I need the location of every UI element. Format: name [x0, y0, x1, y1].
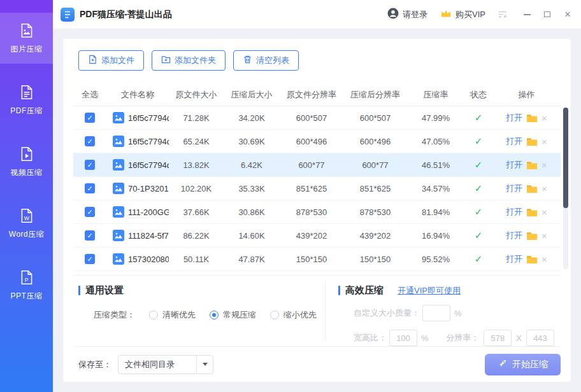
sidebar-item-label: 图片压缩 [11, 44, 43, 55]
folder-icon[interactable] [527, 114, 537, 122]
open-link[interactable]: 打开 [506, 230, 522, 241]
check-icon: ✓ [87, 114, 92, 122]
file-toolbar: 添加文件 添加文件夹 清空列表 [63, 39, 571, 71]
sidebar-item-pdf-compress[interactable]: PDF压缩 [0, 74, 53, 125]
open-link[interactable]: 打开 [506, 183, 522, 194]
header-rate: 压缩率 [407, 89, 464, 101]
percent-sign: % [421, 333, 429, 343]
row-checkbox[interactable]: ✓ [85, 183, 95, 193]
login-button[interactable]: 请登录 [387, 8, 427, 21]
comp-size: 6.42K [224, 160, 280, 170]
row-checkbox[interactable]: ✓ [85, 113, 95, 123]
action-cell: 打开 × [492, 206, 561, 218]
image-file-icon [113, 159, 124, 171]
radio-regular-compress[interactable]: 常规压缩 [210, 309, 256, 321]
radio-clarity-priority[interactable]: 清晰优先 [149, 309, 196, 321]
close-button[interactable]: × [563, 10, 572, 19]
buy-vip-button[interactable]: 购买VIP [440, 9, 485, 20]
check-icon: ✓ [87, 208, 92, 216]
row-checkbox[interactable]: ✓ [85, 254, 95, 264]
open-link[interactable]: 打开 [506, 112, 522, 123]
open-link[interactable]: 打开 [506, 159, 522, 171]
check-icon: ✓ [87, 161, 92, 169]
folder-icon[interactable] [527, 161, 537, 169]
compress-type-row: 压缩类型： 清晰优先 常规压缩 缩小优先 [78, 309, 325, 321]
status-success-icon: ✓ [475, 230, 483, 241]
check-icon: ✓ [87, 255, 92, 263]
add-file-button[interactable]: 添加文件 [78, 50, 144, 71]
row-checkbox[interactable]: ✓ [85, 207, 95, 217]
start-compress-button[interactable]: 开始压缩 [485, 354, 561, 375]
custom-quality-row: 自定义大小质量： % [338, 305, 554, 321]
folder-icon[interactable] [527, 232, 537, 240]
radio-size-priority[interactable]: 缩小优先 [270, 309, 317, 321]
table-row[interactable]: ✓ 111824-5f7... 86.22K 14.60K 439*202 43… [73, 224, 561, 248]
table-row[interactable]: ✓ 16f5c7794d... 13.82K 6.42K 600*77 600*… [73, 153, 561, 177]
open-link[interactable]: 打开 [506, 206, 522, 218]
sidebar-item-ppt-compress[interactable]: P PPT压缩 [0, 260, 53, 311]
action-cell: 打开 × [492, 183, 561, 194]
sidebar-item-label: Word压缩 [9, 229, 44, 240]
table-row[interactable]: ✓ 16f5c7794d... 71.28K 34.20K 600*507 60… [73, 106, 561, 130]
save-location-select[interactable]: 文件相同目录 [118, 355, 213, 374]
orig-size: 86.22K [169, 231, 224, 241]
radio-icon[interactable] [270, 311, 279, 319]
compress-type-label: 压缩类型： [94, 309, 135, 321]
maximize-button[interactable] [543, 10, 552, 19]
sidebar-item-word-compress[interactable]: W Word压缩 [0, 198, 53, 249]
compress-rate: 95.52% [407, 255, 464, 264]
folder-icon[interactable] [527, 185, 537, 193]
sidebar-item-image-compress[interactable]: 图片压缩 [0, 13, 53, 64]
compress-rate: 47.05% [407, 137, 464, 146]
open-link[interactable]: 打开 [506, 253, 522, 265]
folder-icon[interactable] [527, 208, 537, 216]
add-folder-button[interactable]: 添加文件夹 [152, 50, 226, 71]
folder-icon[interactable] [527, 137, 537, 146]
remove-row-icon[interactable]: × [542, 137, 547, 146]
row-checkbox[interactable]: ✓ [85, 230, 95, 241]
remove-row-icon[interactable]: × [542, 207, 547, 217]
radio-icon[interactable] [149, 311, 158, 319]
scrollbar-thumb[interactable] [563, 108, 568, 208]
more-menu-icon[interactable] [498, 10, 507, 19]
row-checkbox[interactable]: ✓ [85, 160, 95, 170]
remove-row-icon[interactable]: × [542, 231, 547, 241]
action-cell: 打开 × [492, 230, 561, 241]
action-cell: 打开 × [492, 136, 561, 147]
table-row[interactable]: ✓ 70-1P3201... 102.20K 35.33K 851*625 85… [73, 177, 561, 200]
open-link[interactable]: 打开 [506, 136, 522, 147]
trash-icon [243, 55, 252, 66]
header-select-all[interactable]: 全选 [73, 89, 106, 101]
remove-row-icon[interactable]: × [542, 113, 547, 123]
resolution-height-input[interactable] [526, 330, 554, 346]
select-cell: ✓ [73, 160, 106, 170]
maximize-icon [544, 11, 550, 17]
remove-row-icon[interactable]: × [542, 255, 547, 264]
table-scrollbar[interactable] [563, 108, 568, 269]
table-row[interactable]: ✓ 16f5c7794d... 65.24K 30.69K 600*496 60… [73, 130, 561, 153]
name-cell: 111824-5f7... [106, 230, 169, 241]
sidebar-item-video-compress[interactable]: 视频压缩 [0, 136, 53, 187]
status-success-icon: ✓ [475, 159, 483, 170]
aspect-ratio-input[interactable] [389, 330, 417, 346]
table-row[interactable]: ✓ 157302080... 50.11K 47.87K 150*150 150… [73, 248, 561, 271]
radio-icon-selected[interactable] [210, 311, 219, 319]
file-name: 16f5c7794d... [128, 160, 169, 170]
file-name: 70-1P3201... [128, 184, 169, 193]
compress-rate: 46.51% [407, 160, 464, 170]
app-logo-icon [61, 8, 75, 22]
open-vip-link[interactable]: 开通VIP即可使用 [398, 285, 461, 297]
resolution-width-input[interactable] [484, 330, 512, 346]
sidebar-item-label: PPT压缩 [11, 291, 43, 302]
remove-row-icon[interactable]: × [542, 160, 547, 170]
minimize-button[interactable] [522, 10, 531, 19]
remove-row-icon[interactable]: × [542, 184, 547, 193]
folder-icon[interactable] [527, 255, 537, 263]
select-cell: ✓ [73, 113, 106, 123]
clear-list-button[interactable]: 清空列表 [233, 50, 299, 71]
status-success-icon: ✓ [475, 183, 483, 193]
custom-quality-input[interactable] [422, 305, 450, 321]
table-row[interactable]: ✓ 111-200GG... 37.66K 30.86K 878*530 878… [73, 200, 561, 224]
row-checkbox[interactable]: ✓ [85, 136, 95, 146]
settings-section: 通用设置 压缩类型： 清晰优先 常规压缩 缩小优先 [73, 275, 561, 346]
